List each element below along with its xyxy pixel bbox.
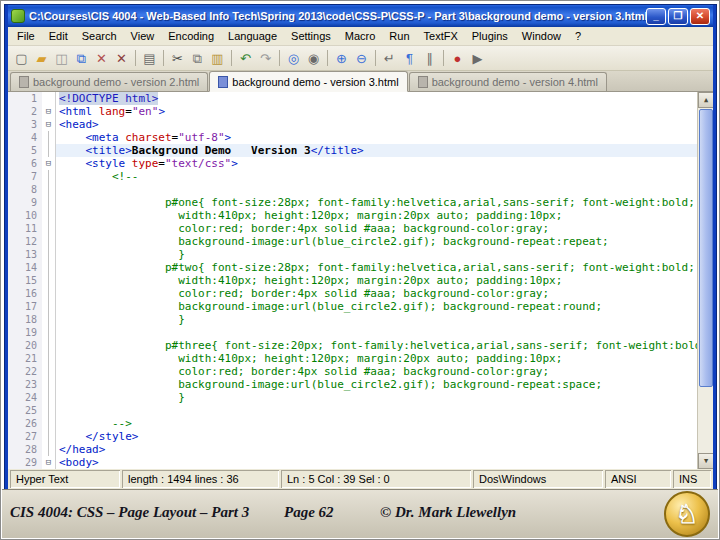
fold-collapse-icon[interactable]: ⊟: [42, 456, 56, 469]
close-document-icon[interactable]: ✕: [92, 49, 111, 68]
show-all-chars-icon[interactable]: ¶: [400, 49, 419, 68]
menu-item-encoding[interactable]: Encoding: [161, 28, 221, 44]
code-line[interactable]: 12 background-image:url(blue_circle2.gif…: [8, 235, 697, 248]
code-line[interactable]: 27 </style>: [8, 430, 697, 443]
code-line[interactable]: 3⊟<head>: [8, 118, 697, 131]
fold-collapse-icon[interactable]: ⊟: [42, 105, 56, 118]
menu-item-view[interactable]: View: [124, 28, 162, 44]
line-number: 19: [8, 326, 42, 339]
paste-icon[interactable]: ▥: [208, 49, 227, 68]
code-line[interactable]: 1<!DOCTYPE html>: [8, 92, 697, 105]
code-line[interactable]: 6⊟ <style type="text/css">: [8, 157, 697, 170]
save-all-icon[interactable]: ⧉: [72, 49, 91, 68]
tab-2[interactable]: background demo - version 3.html: [209, 71, 407, 92]
menu-item-textfx[interactable]: TextFX: [417, 28, 465, 44]
fold-margin: [42, 209, 56, 222]
status-bar: Hyper Text length : 1494 lines : 36 Ln :…: [8, 469, 713, 489]
fold-collapse-icon[interactable]: ⊟: [42, 118, 56, 131]
code-text: <html lang="en">: [56, 105, 697, 118]
code-line[interactable]: 15 width:410px; height:120px; margin:20p…: [8, 274, 697, 287]
code-line[interactable]: 8: [8, 183, 697, 196]
code-line[interactable]: 16 color:red; border:4px solid #aaa; bac…: [8, 287, 697, 300]
code-line[interactable]: 2⊟<html lang="en">: [8, 105, 697, 118]
menu-item-search[interactable]: Search: [75, 28, 124, 44]
word-wrap-icon[interactable]: ↵: [380, 49, 399, 68]
code-line[interactable]: 23 background-image:url(blue_circle2.gif…: [8, 378, 697, 391]
minimize-button[interactable]: _: [646, 8, 666, 25]
code-line[interactable]: 4 <meta charset="utf-8">: [8, 131, 697, 144]
menu-item-settings[interactable]: Settings: [284, 28, 338, 44]
code-line[interactable]: 7 <!--: [8, 170, 697, 183]
code-line[interactable]: 28</head>: [8, 443, 697, 456]
macro-play-icon[interactable]: ▶: [468, 49, 487, 68]
line-number: 4: [8, 131, 42, 144]
code-line[interactable]: 14 p#two{ font-size:28px; font-family:he…: [8, 261, 697, 274]
redo-icon[interactable]: ↷: [256, 49, 275, 68]
print-icon[interactable]: ▤: [140, 49, 159, 68]
menu-item-macro[interactable]: Macro: [338, 28, 383, 44]
code-line[interactable]: 9 p#one{ font-size:28px; font-family:hel…: [8, 196, 697, 209]
notepadpp-icon: [11, 9, 25, 23]
code-line[interactable]: 19: [8, 326, 697, 339]
menu-item-window[interactable]: Window: [515, 28, 568, 44]
code-text: </style>: [56, 430, 697, 443]
code-line[interactable]: 5 <title>Background Demo Version 3</titl…: [8, 144, 697, 157]
macro-record-icon[interactable]: ●: [448, 49, 467, 68]
code-line[interactable]: 25: [8, 404, 697, 417]
vertical-scrollbar[interactable]: ▲ ▼: [697, 92, 713, 469]
fold-collapse-icon[interactable]: ⊟: [42, 157, 56, 170]
fold-margin: [42, 300, 56, 313]
scroll-down-button[interactable]: ▼: [698, 453, 713, 469]
copy-icon[interactable]: ⧉: [188, 49, 207, 68]
menu-item-file[interactable]: File: [10, 28, 42, 44]
menu-item-plugins[interactable]: Plugins: [465, 28, 515, 44]
title-bar[interactable]: C:\Courses\CIS 4004 - Web-Based Info Tec…: [8, 5, 713, 27]
code-line[interactable]: 26 -->: [8, 417, 697, 430]
undo-icon[interactable]: ↶: [236, 49, 255, 68]
open-folder-icon[interactable]: ▰: [32, 49, 51, 68]
code-line[interactable]: 11 color:red; border:4px solid #aaa; bac…: [8, 222, 697, 235]
close-all-icon[interactable]: ✕: [112, 49, 131, 68]
tab-3[interactable]: background demo - version 4.html: [409, 72, 607, 91]
code-text: color:red; border:4px solid #aaa; backgr…: [56, 287, 697, 300]
save-icon[interactable]: ◫: [52, 49, 71, 68]
maximize-button[interactable]: ❐: [668, 8, 688, 25]
close-button[interactable]: ✕: [690, 8, 710, 25]
code-text: [56, 183, 697, 196]
fold-margin: [42, 378, 56, 391]
tab-1[interactable]: background demo - version 2.html: [10, 72, 208, 91]
replace-icon[interactable]: ◉: [304, 49, 323, 68]
zoom-out-icon[interactable]: ⊖: [352, 49, 371, 68]
code-line[interactable]: 29⊟<body>: [8, 456, 697, 469]
scroll-up-button[interactable]: ▲: [698, 92, 713, 108]
indent-guide-icon[interactable]: ∥: [420, 49, 439, 68]
code-text: background-image:url(blue_circle2.gif); …: [56, 235, 697, 248]
zoom-in-icon[interactable]: ⊕: [332, 49, 351, 68]
line-number: 29: [8, 456, 42, 469]
code-line[interactable]: 18 }: [8, 313, 697, 326]
code-line[interactable]: 13 }: [8, 248, 697, 261]
code-line[interactable]: 24 }: [8, 391, 697, 404]
new-file-icon[interactable]: ▢: [12, 49, 31, 68]
line-number: 23: [8, 378, 42, 391]
find-icon[interactable]: ◎: [284, 49, 303, 68]
code-line[interactable]: 10 width:410px; height:120px; margin:20p…: [8, 209, 697, 222]
footer-author-text: © Dr. Mark Llewellyn: [380, 504, 516, 521]
code-line[interactable]: 17 background-image:url(blue_circle2.gif…: [8, 300, 697, 313]
code-line[interactable]: 20 p#three{ font-size:20px; font-family:…: [8, 339, 697, 352]
fold-margin: [42, 417, 56, 430]
code-text: <!DOCTYPE html>: [56, 92, 697, 105]
editor[interactable]: 1<!DOCTYPE html>2⊟<html lang="en">3⊟<hea…: [8, 92, 713, 469]
line-number: 26: [8, 417, 42, 430]
menu-item-run[interactable]: Run: [382, 28, 416, 44]
menu-item-language[interactable]: Language: [221, 28, 284, 44]
code-area[interactable]: 1<!DOCTYPE html>2⊟<html lang="en">3⊟<hea…: [8, 92, 697, 469]
menu-item-edit[interactable]: Edit: [42, 28, 75, 44]
code-line[interactable]: 21 width:410px; height:120px; margin:20p…: [8, 352, 697, 365]
window-title: C:\Courses\CIS 4004 - Web-Based Info Tec…: [29, 10, 646, 22]
scroll-thumb[interactable]: [699, 109, 713, 387]
cut-icon[interactable]: ✂: [168, 49, 187, 68]
fold-margin: [42, 144, 56, 157]
menu-item-help[interactable]: ?: [568, 28, 588, 44]
code-line[interactable]: 22 color:red; border:4px solid #aaa; bac…: [8, 365, 697, 378]
